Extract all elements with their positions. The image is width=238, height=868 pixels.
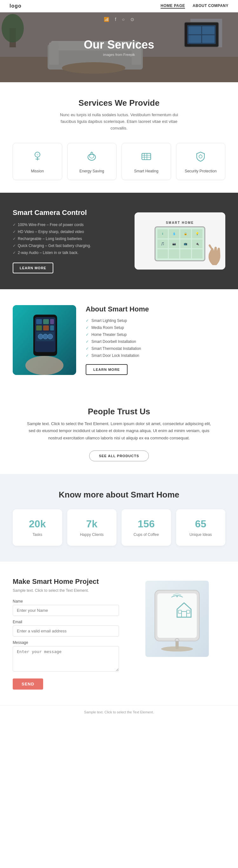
camera-device-image: SMART HOME 🌡 💧 🔒 💡 🎵 📷 📺 🔌 [135,212,225,270]
about-feature-2: Media Room Setup [86,326,225,330]
service-cards-container: Mission Energy Saving [13,143,225,180]
message-textarea[interactable] [13,646,119,672]
svg-rect-17 [142,153,151,160]
about-phone-image [13,305,76,375]
project-description: Sample text. Click to select the Text El… [13,588,119,593]
service-label-security: Security Protection [185,169,217,173]
svg-point-37 [43,334,48,339]
nav-logo: logo [9,3,22,9]
trust-text: Sample text. Click to select the Text El… [27,420,211,441]
name-label: Name [13,599,119,603]
hero-content: Our Services images from Freepik [84,38,154,57]
stat-label-coffee: Cups of Coffee [134,532,159,537]
service-card-mission: Mission [13,143,62,180]
about-learn-more-button[interactable]: LEARN MORE [86,364,128,375]
service-label-heating: Smart Heating [134,169,158,173]
stat-card-ideas: 65 Unique Ideas [176,509,226,546]
service-card-security: Security Protection [176,143,226,180]
svg-rect-31 [50,319,54,324]
stat-number-coffee: 156 [138,518,155,530]
svg-rect-30 [43,319,49,324]
camera-feature-2: HD Video – Enjoy sharp, detailed video [13,229,122,234]
hero-subtitle: images from Freepik [84,53,154,57]
stats-section: Know more about Smart Home 20k Tasks 7k … [0,474,238,562]
send-button[interactable]: SEND [13,679,43,689]
footer-text: Sample text. Click to select the Text El… [13,710,225,714]
svg-point-15 [88,154,96,160]
service-label-mission: Mission [31,169,44,173]
about-section: About Smart Home Smart Lighting Setup Me… [0,289,238,391]
social-icon: f [115,17,116,22]
security-icon [195,151,206,164]
hero-title: Our Services [84,38,154,52]
camera-learn-more-button[interactable]: LEARN MORE [13,262,53,273]
nav-links: HOME PAGE ABOUT COMPANY [161,3,229,8]
stat-number-ideas: 65 [195,518,206,530]
camera-features-list: 100% Wire-Free – Free of power cords HD … [13,222,122,255]
stats-title: Know more about Smart Home [13,490,225,500]
svg-point-47 [176,596,178,597]
email-input[interactable] [13,625,119,637]
about-feature-4: Smart Doorbell Installation [86,339,225,344]
about-text: About Smart Home Smart Lighting Setup Me… [86,305,225,375]
smart-home-label: SMART HOME [155,221,205,224]
hero-section: 📶 f ○ ⊙ Our Services images from Freepik [0,12,238,82]
services-section: Services We Provide Nunc eu turpis id nu… [0,82,238,193]
nav-link-about[interactable]: ABOUT COMPANY [193,3,229,8]
project-device-image [129,578,225,660]
about-feature-5: Smart Thermostat Installation [86,346,225,351]
stats-grid: 20k Tasks 7k Happy Clients 156 Cups of C… [13,509,225,546]
wifi-icon: 📶 [104,17,109,22]
stat-card-tasks: 20k Tasks [13,509,62,546]
project-form-container: Make Smart Home Project Sample text. Cli… [13,578,119,689]
camera-feature-3: Rechargeable – Long lasting batteries [13,237,122,241]
stat-label-tasks: Tasks [32,532,42,537]
navbar: logo HOME PAGE ABOUT COMPANY [0,0,238,12]
stat-number-clients: 7k [86,518,97,530]
services-description: Nunc eu turpis id nulla sodales luctus. … [53,112,185,131]
svg-point-38 [47,334,53,339]
name-input[interactable] [13,605,119,616]
svg-rect-34 [50,326,54,331]
project-section: Make Smart Home Project Sample text. Cli… [0,562,238,706]
message-label: Message [13,640,119,645]
svg-point-16 [90,154,94,158]
footer: Sample text. Click to select the Text El… [0,706,238,718]
hero-tablet-mockup [184,22,219,47]
energy-icon [86,151,97,164]
camera-section: Smart Camera Control 100% Wire-Free – Fr… [0,193,238,289]
services-title: Services We Provide [13,98,225,108]
see-all-products-button[interactable]: SEE ALL PRODUCTS [89,451,149,461]
about-title: About Smart Home [86,305,225,313]
project-title: Make Smart Home Project [13,578,119,586]
nav-link-home[interactable]: HOME PAGE [161,3,185,8]
svg-rect-33 [43,326,49,331]
service-label-energy: Energy Saving [79,169,104,173]
svg-point-26 [25,356,64,375]
stat-label-ideas: Unique Ideas [190,532,212,537]
svg-point-22 [199,155,202,158]
service-card-heating: Smart Heating [122,143,171,180]
hero-icon-bar: 📶 f ○ ⊙ [104,17,134,22]
about-feature-6: Smart Door Lock Installation [86,353,225,358]
svg-point-36 [38,334,43,339]
camera-feature-5: 2-way Audio – Listen in or talk back. [13,250,122,255]
svg-rect-32 [36,326,42,331]
stat-label-clients: Happy Clients [80,532,104,537]
trust-title: People Trust Us [16,407,222,416]
svg-point-14 [36,154,38,156]
camera-title: Smart Camera Control [13,209,122,217]
email-label: Email [13,620,119,624]
service-card-energy: Energy Saving [67,143,117,180]
user-icon: ○ [122,17,125,22]
about-feature-3: Home Theater Setup [86,332,225,337]
hand-pointing-icon [203,243,222,270]
name-field-group: Name [13,599,119,616]
about-features-list: Smart Lighting Setup Media Room Setup Ho… [86,318,225,358]
heating-icon [141,151,152,164]
search-icon: ⊙ [130,17,134,22]
svg-rect-29 [36,319,42,324]
about-feature-1: Smart Lighting Setup [86,318,225,323]
message-field-group: Message [13,640,119,673]
stat-card-coffee: 156 Cups of Coffee [122,509,171,546]
